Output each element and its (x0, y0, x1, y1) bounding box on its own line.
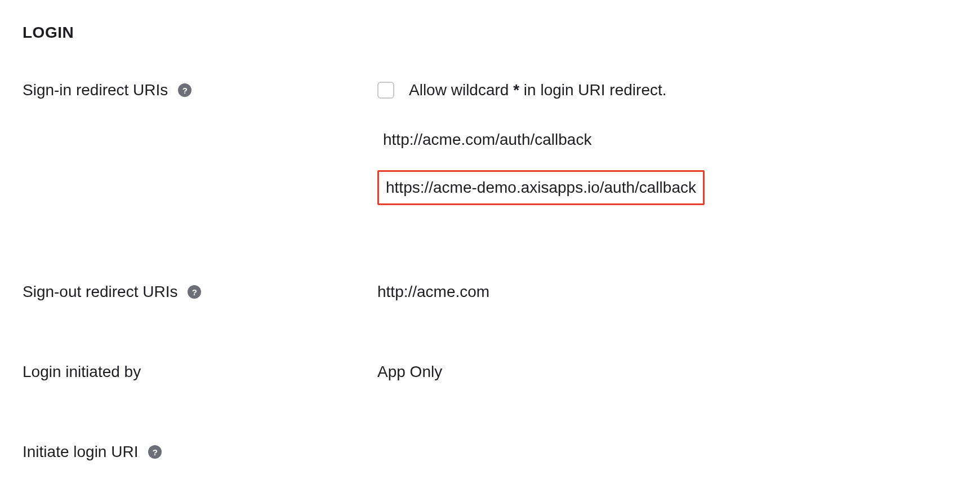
field-label-col: Sign-in redirect URIs ? (23, 81, 377, 99)
field-value-col: Allow wildcard * in login URI redirect. … (377, 81, 957, 221)
wildcard-checkbox-row: Allow wildcard * in login URI redirect. (377, 81, 957, 99)
field-value-col: App Only (377, 363, 957, 381)
field-initiate-login-uri: Initiate login URI ? (23, 443, 957, 461)
signin-redirect-uri-item: http://acme.com/auth/callback (377, 127, 597, 152)
wildcard-star: * (513, 81, 519, 99)
help-icon[interactable]: ? (178, 83, 191, 97)
help-icon[interactable]: ? (188, 285, 201, 299)
signin-redirect-label: Sign-in redirect URIs (23, 81, 168, 99)
field-login-initiated-by: Login initiated by App Only (23, 363, 957, 381)
field-signin-redirect-uris: Sign-in redirect URIs ? Allow wildcard *… (23, 81, 957, 221)
field-value-col: http://acme.com (377, 283, 957, 301)
section-heading-login: LOGIN (23, 24, 957, 42)
signout-redirect-value: http://acme.com (377, 283, 489, 300)
field-label-col: Login initiated by (23, 363, 377, 381)
login-initiated-value: App Only (377, 363, 442, 380)
help-icon[interactable]: ? (148, 445, 162, 459)
signout-redirect-label: Sign-out redirect URIs (23, 283, 177, 301)
field-label-col: Initiate login URI ? (23, 443, 377, 461)
signin-redirect-uri-item-highlighted: https://acme-demo.axisapps.io/auth/callb… (377, 170, 705, 205)
wildcard-label-pre: Allow wildcard (409, 81, 513, 99)
wildcard-checkbox-label: Allow wildcard * in login URI redirect. (409, 81, 667, 99)
field-label-col: Sign-out redirect URIs ? (23, 283, 377, 301)
wildcard-checkbox[interactable] (377, 82, 394, 99)
wildcard-label-post: in login URI redirect. (519, 81, 666, 99)
field-signout-redirect-uris: Sign-out redirect URIs ? http://acme.com (23, 283, 957, 301)
login-initiated-label: Login initiated by (23, 363, 141, 381)
initiate-login-uri-label: Initiate login URI (23, 443, 138, 461)
